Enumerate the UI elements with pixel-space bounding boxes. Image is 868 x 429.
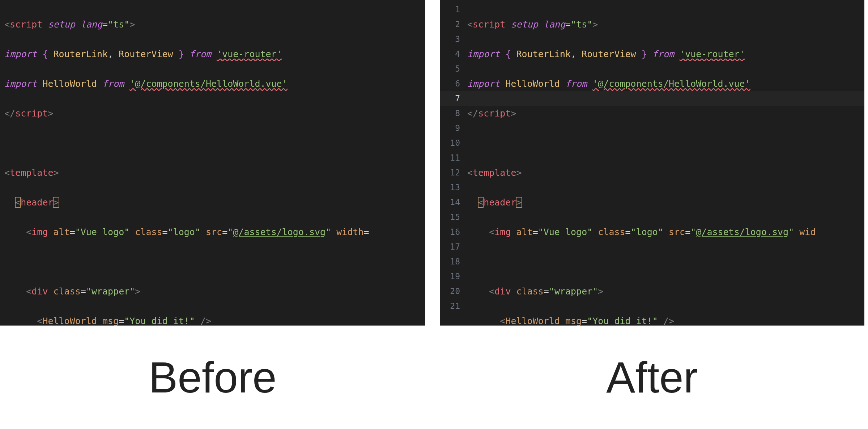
- code-line: [467, 254, 864, 269]
- code-line: [4, 136, 425, 150]
- line-number: 20: [440, 284, 460, 299]
- code-line: import { RouterLink, RouterView } from '…: [4, 47, 425, 61]
- code-line: <header>: [467, 195, 864, 210]
- before-editor-panel[interactable]: <script setup lang="ts"> import { Router…: [0, 0, 425, 326]
- comparison-container: <script setup lang="ts"> import { Router…: [0, 0, 868, 326]
- after-editor-panel[interactable]: 1 2 3 4 5 6 7 8 9 10 11 12 13 14 15 16 1…: [440, 0, 864, 326]
- line-number: 7: [440, 91, 460, 106]
- code-line: </script>: [4, 106, 425, 121]
- code-line: [4, 254, 425, 269]
- comparison-labels: Before After: [0, 326, 868, 429]
- code-line: import HelloWorld from '@/components/Hel…: [467, 76, 864, 91]
- line-number: 3: [440, 32, 460, 47]
- code-line: <template>: [4, 165, 425, 180]
- code-line: <img alt="Vue logo" class="logo" src="@/…: [4, 225, 425, 239]
- line-number: 21: [440, 299, 460, 314]
- line-number: 13: [440, 180, 460, 195]
- line-number-gutter: 1 2 3 4 5 6 7 8 9 10 11 12 13 14 15 16 1…: [440, 0, 467, 326]
- line-number: 14: [440, 195, 460, 210]
- code-line: import { RouterLink, RouterView } from '…: [467, 47, 864, 61]
- before-label: Before: [0, 352, 425, 402]
- line-number: 6: [440, 76, 460, 91]
- code-editor-before[interactable]: <script setup lang="ts"> import { Router…: [0, 0, 425, 326]
- line-number: 17: [440, 239, 460, 254]
- after-label: After: [440, 352, 864, 402]
- code-line: [467, 136, 864, 150]
- line-number: 19: [440, 269, 460, 284]
- line-number: 4: [440, 47, 460, 61]
- line-number: 9: [440, 121, 460, 136]
- code-line: <HelloWorld msg="You did it!" />: [4, 314, 425, 326]
- line-number: 10: [440, 136, 460, 150]
- code-line: <header>: [4, 195, 425, 210]
- code-editor-after[interactable]: <script setup lang="ts"> import { Router…: [467, 0, 864, 326]
- code-line: <HelloWorld msg="You did it!" />: [467, 314, 864, 326]
- code-line: <img alt="Vue logo" class="logo" src="@/…: [467, 225, 864, 239]
- code-line: <script setup lang="ts">: [4, 17, 425, 32]
- line-number: 5: [440, 61, 460, 76]
- code-line: <script setup lang="ts">: [467, 17, 864, 32]
- line-number: 15: [440, 210, 460, 225]
- line-number: 1: [440, 2, 460, 17]
- line-number: 12: [440, 165, 460, 180]
- line-number: 8: [440, 106, 460, 121]
- line-number: 16: [440, 225, 460, 239]
- line-number: 18: [440, 254, 460, 269]
- line-number: 11: [440, 150, 460, 165]
- code-line: import HelloWorld from '@/components/Hel…: [4, 76, 425, 91]
- line-number: 2: [440, 17, 460, 32]
- code-line: </script>: [467, 106, 864, 121]
- code-line: <template>: [467, 165, 864, 180]
- code-line: <div class="wrapper">: [4, 284, 425, 299]
- code-line: <div class="wrapper">: [467, 284, 864, 299]
